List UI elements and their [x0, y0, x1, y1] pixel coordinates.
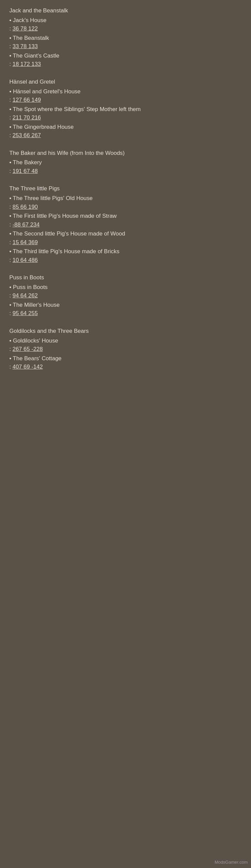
coords-link[interactable]: 15 64 369 [12, 239, 38, 246]
location-name: • The Three little Pigs' Old House [9, 194, 242, 203]
location-coords[interactable]: : 267 65 -228 [9, 345, 242, 353]
list-item: • The Beanstalk: 33 78 133 [9, 34, 242, 51]
coords-link[interactable]: 267 65 -228 [12, 346, 43, 352]
location-coords[interactable]: : 211 70 216 [9, 114, 242, 122]
list-item: • The Giant's Castle: 18 172 133 [9, 52, 242, 68]
location-name: • Hänsel and Gretel's House [9, 87, 242, 96]
location-coords[interactable]: : 95 64 255 [9, 309, 242, 318]
list-item: • Goldilocks' House: 267 65 -228 [9, 337, 242, 353]
location-coords[interactable]: : 253 66 267 [9, 131, 242, 140]
location-coords[interactable]: : 15 64 369 [9, 238, 242, 247]
location-name: • The Second little Pig's House made of … [9, 229, 242, 238]
location-name: • The Bears' Cottage [9, 354, 242, 363]
location-coords[interactable]: : -88 67 234 [9, 220, 242, 229]
watermark-text: ModsGamer.com [215, 860, 248, 865]
list-item: • The Miller's House: 95 64 255 [9, 301, 242, 318]
location-name: • The Spot where the Siblings' Step Moth… [9, 105, 242, 114]
coords-link[interactable]: 127 66 149 [12, 97, 41, 103]
location-name: • The Third little Pig's House made of B… [9, 247, 242, 256]
list-item: • The Third little Pig's House made of B… [9, 247, 242, 264]
location-name: • The Miller's House [9, 301, 242, 309]
list-item: • Hänsel and Gretel's House: 127 66 149 [9, 87, 242, 104]
coords-link[interactable]: 33 78 133 [12, 43, 38, 50]
coords-link[interactable]: 211 70 216 [12, 114, 41, 121]
location-coords[interactable]: : 18 172 133 [9, 60, 242, 68]
location-coords[interactable]: : 127 66 149 [9, 96, 242, 104]
location-coords[interactable]: : 10 64 486 [9, 256, 242, 265]
location-name: • Puss in Boots [9, 283, 242, 292]
section-title-hansel-gretel: Hänsel and Gretel [9, 78, 242, 86]
list-item: • The Second little Pig's House made of … [9, 229, 242, 247]
coords-link[interactable]: 36 78 122 [12, 25, 38, 32]
list-item: • The Bakery: 191 67 48 [9, 158, 242, 175]
section-title-baker-wife: The Baker and his Wife (from Into the Wo… [9, 149, 242, 157]
list-item: • The Three little Pigs' Old House: 85 6… [9, 194, 242, 211]
location-coords[interactable]: : 191 67 48 [9, 167, 242, 176]
location-name: • The Gingerbread House [9, 123, 242, 131]
coords-link[interactable]: 253 66 267 [12, 132, 41, 138]
section-jack-beanstalk: Jack and the Beanstalk• Jack's House: 36… [9, 7, 242, 68]
location-coords[interactable]: : 33 78 133 [9, 42, 242, 51]
location-name: • The Giant's Castle [9, 52, 242, 60]
location-name: • Goldilocks' House [9, 337, 242, 345]
list-item: • The First little Pig's House made of S… [9, 212, 242, 229]
list-item: • The Bears' Cottage: 407 69 -142 [9, 354, 242, 371]
section-title-three-pigs: The Three little Pigs [9, 185, 242, 193]
coords-link[interactable]: 191 67 48 [12, 168, 38, 174]
coords-link[interactable]: 10 64 486 [12, 257, 38, 263]
section-title-goldilocks: Goldilocks and the Three Bears [9, 327, 242, 335]
coords-link[interactable]: 94 64 262 [12, 292, 38, 299]
coords-link[interactable]: 95 64 255 [12, 310, 38, 316]
coords-link[interactable]: 407 69 -142 [12, 364, 43, 370]
location-coords[interactable]: : 407 69 -142 [9, 363, 242, 371]
list-item: • The Spot where the Siblings' Step Moth… [9, 105, 242, 122]
list-item: • Puss in Boots: 94 64 262 [9, 283, 242, 300]
list-item: • The Gingerbread House: 253 66 267 [9, 123, 242, 140]
location-name: • The Beanstalk [9, 34, 242, 42]
coords-link[interactable]: 85 66 190 [12, 204, 38, 210]
list-item: • Jack's House: 36 78 122 [9, 16, 242, 33]
section-baker-wife: The Baker and his Wife (from Into the Wo… [9, 149, 242, 176]
section-three-pigs: The Three little Pigs• The Three little … [9, 185, 242, 264]
location-name: • Jack's House [9, 16, 242, 25]
section-puss-boots: Puss in Boots• Puss in Boots: 94 64 262•… [9, 274, 242, 318]
coords-link[interactable]: 18 172 133 [12, 61, 41, 67]
section-title-jack-beanstalk: Jack and the Beanstalk [9, 7, 242, 15]
section-title-puss-boots: Puss in Boots [9, 274, 242, 282]
section-goldilocks: Goldilocks and the Three Bears• Goldiloc… [9, 327, 242, 371]
location-name: • The Bakery [9, 158, 242, 167]
section-hansel-gretel: Hänsel and Gretel• Hänsel and Gretel's H… [9, 78, 242, 140]
coords-link[interactable]: -88 67 234 [12, 221, 39, 228]
location-coords[interactable]: : 94 64 262 [9, 291, 242, 300]
location-coords[interactable]: : 85 66 190 [9, 203, 242, 211]
location-coords[interactable]: : 36 78 122 [9, 24, 242, 33]
location-name: • The First little Pig's House made of S… [9, 212, 242, 220]
